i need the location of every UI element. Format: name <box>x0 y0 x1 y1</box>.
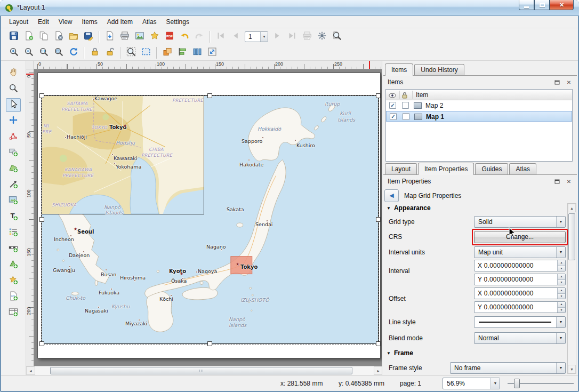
selection-handle-bottom-mid[interactable] <box>207 341 212 346</box>
add-map-button[interactable] <box>6 194 21 208</box>
atlas-page-spinner[interactable]: 1▾ <box>245 31 268 42</box>
spin-down-button[interactable]: ▼ <box>558 308 565 313</box>
resize-items-button[interactable] <box>205 46 219 60</box>
atlas-next-feature-button[interactable] <box>270 30 284 44</box>
blend-mode-combo[interactable]: Normal ▼ <box>474 332 566 344</box>
selection-handle-top-right[interactable] <box>376 93 381 98</box>
menu-add-item[interactable]: Add Item <box>102 17 138 27</box>
menu-edit[interactable]: Edit <box>33 17 54 27</box>
props-scrollbar[interactable]: ▴ ▾ <box>567 203 576 374</box>
spin-up-button[interactable]: ▲ <box>558 302 565 308</box>
offset-y-spinbox[interactable]: Y 0.000000000000 ▲▼ <box>474 301 566 313</box>
print-atlas-button[interactable] <box>300 30 314 44</box>
add-marker-button[interactable] <box>6 274 21 288</box>
horizontal-scrollbar[interactable]: ◂ ▸ <box>26 366 383 375</box>
map-item-map1[interactable]: IturupKurilIslandsHokkaidōSapporoKushiro… <box>42 95 379 344</box>
print-layout-button[interactable] <box>118 30 132 44</box>
save-as-layout-button[interactable] <box>82 30 95 44</box>
raise-items-button[interactable] <box>160 46 174 60</box>
layout-manager-button[interactable] <box>52 30 66 44</box>
spin-down-button[interactable]: ▼ <box>558 280 565 285</box>
item-row-map-1[interactable]: ✓Map 1 <box>386 111 572 122</box>
spin-up-button[interactable]: ▲ <box>558 260 565 266</box>
selection-handle-mid-right[interactable] <box>376 217 381 222</box>
add-label-button[interactable]: T <box>6 210 21 224</box>
visibility-checkbox[interactable]: ✓ <box>389 102 396 109</box>
add-node-item-button[interactable] <box>6 162 21 176</box>
selection-handle-mid-left[interactable] <box>39 217 44 222</box>
zoom-out-button[interactable] <box>22 46 36 60</box>
undo-button[interactable] <box>178 30 191 44</box>
spin-down-button[interactable]: ▼ <box>558 294 565 299</box>
tab-item-properties[interactable]: Item Properties <box>418 163 474 175</box>
tab-guides[interactable]: Guides <box>475 163 508 174</box>
tab-layout[interactable]: Layout <box>385 163 417 174</box>
layout-canvas[interactable]: IturupKurilIslandsHokkaidōSapporoKushiro… <box>34 69 383 366</box>
menu-atlas[interactable]: Atlas <box>138 17 162 27</box>
appearance-section-header[interactable]: ▼Appearance <box>387 204 431 212</box>
new-layout-button[interactable] <box>22 30 36 44</box>
close-button[interactable]: ✕ <box>550 0 574 10</box>
export-as-image-button[interactable] <box>133 30 147 44</box>
close-panel-button[interactable]: ✕ <box>564 177 574 186</box>
selection-handle-bottom-left[interactable] <box>39 341 44 346</box>
interval-x-spinbox[interactable]: X 0.000000000000 ▲▼ <box>474 260 566 271</box>
menu-view[interactable]: View <box>54 17 77 27</box>
align-items-button[interactable] <box>175 46 189 60</box>
menu-settings[interactable]: Settings <box>162 17 194 27</box>
menu-items[interactable]: Items <box>77 17 102 27</box>
atlas-previous-feature-button[interactable] <box>229 30 243 44</box>
select-by-rectangle-button[interactable] <box>139 46 153 60</box>
edit-nodes-item-button[interactable] <box>6 130 21 144</box>
spin-up-button[interactable]: ▲ <box>558 274 565 280</box>
zoom-to-selection-button[interactable] <box>124 46 138 60</box>
frame-style-combo[interactable]: No frame ▼ <box>450 362 566 374</box>
grid-type-combo[interactable]: Solid ▼ <box>474 216 566 228</box>
selection-handle-bottom-right[interactable] <box>376 341 381 346</box>
spin-up-button[interactable]: ▲ <box>558 288 565 294</box>
zoom-full-button[interactable] <box>52 46 66 60</box>
close-panel-button[interactable]: ✕ <box>564 78 574 86</box>
map-item-map2[interactable]: KawagoeSAITAMAPREFECTUREPREFECTURETOKYOT… <box>42 95 204 214</box>
save-layout-button[interactable] <box>7 30 21 44</box>
lock-checkbox[interactable] <box>402 102 409 109</box>
float-panel-button[interactable] <box>552 177 562 186</box>
float-panel-button[interactable] <box>552 78 562 86</box>
add-arrow-button[interactable] <box>6 178 21 192</box>
select-move-item-button[interactable] <box>6 98 21 112</box>
atlas-last-feature-button[interactable] <box>285 30 299 44</box>
add-legend-button[interactable] <box>6 226 21 240</box>
atlas-settings-button[interactable] <box>315 30 329 44</box>
open-layout-button[interactable] <box>67 30 81 44</box>
atlas-first-feature-button[interactable] <box>214 30 228 44</box>
zoom-slider-thumb[interactable] <box>514 379 520 388</box>
lock-checkbox[interactable] <box>403 113 409 120</box>
distribute-items-button[interactable] <box>190 46 204 60</box>
add-html-button[interactable]: </> <box>6 290 21 304</box>
zoom-actual-button[interactable]: 1:1 <box>37 46 51 60</box>
refresh-view-button[interactable] <box>67 46 81 60</box>
back-button[interactable]: ◀ <box>384 189 399 202</box>
visibility-checkbox[interactable]: ✓ <box>390 113 397 120</box>
add-picture-button[interactable] <box>6 258 21 272</box>
zoom-layout-button[interactable] <box>6 82 21 96</box>
add-shape-button[interactable] <box>6 146 21 160</box>
spin-down-button[interactable]: ▼ <box>558 266 565 271</box>
zoom-slider[interactable] <box>506 377 575 390</box>
interval-y-spinbox[interactable]: Y 0.000000000000 ▲▼ <box>474 274 566 285</box>
frame-section-header[interactable]: ▼Frame <box>387 349 413 357</box>
unlock-all-items-button[interactable] <box>103 46 117 60</box>
scrollbar-track[interactable] <box>35 366 374 375</box>
add-attribute-table-button[interactable] <box>6 306 21 320</box>
scroll-up-button[interactable]: ▴ <box>568 204 576 212</box>
props-scrollbar-thumb[interactable] <box>568 213 575 260</box>
lock-selected-items-button[interactable] <box>88 46 102 60</box>
export-as-pdf-button[interactable]: PDF <box>163 30 176 44</box>
tab-items[interactable]: Items <box>385 63 413 76</box>
selection-handle-top-mid[interactable] <box>207 93 212 98</box>
selection-handle-top-left[interactable] <box>39 93 44 98</box>
redo-button[interactable] <box>192 30 206 44</box>
line-style-button[interactable]: ▼ <box>474 316 566 328</box>
duplicate-layout-button[interactable] <box>37 30 51 44</box>
scroll-left-button[interactable]: ◂ <box>26 366 35 375</box>
